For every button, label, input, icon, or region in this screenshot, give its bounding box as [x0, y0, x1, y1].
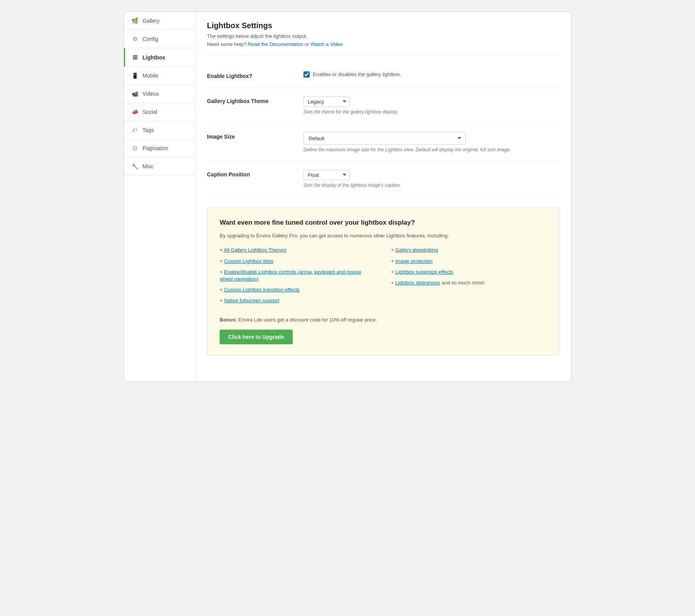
sidebar: Gallery Config Lightbox Mobile Videos So… — [124, 12, 195, 382]
sidebar-item-videos[interactable]: Videos — [124, 85, 195, 103]
feature-link-deeplinking[interactable]: Gallery deeplinking — [395, 247, 438, 253]
list-item: All Gallery Lightbox Themes — [220, 247, 376, 254]
help-prefix: Need some help? — [207, 41, 248, 47]
pagination-icon — [131, 145, 139, 152]
caption-position-hint: Sets the display of the lightbox image's… — [303, 183, 559, 188]
list-item: Lightbox supersize effects — [391, 269, 547, 276]
sidebar-item-label-gallery: Gallery — [142, 18, 159, 24]
page-description: The settings below adjust the lightbox o… — [207, 32, 559, 49]
social-icon — [131, 108, 139, 115]
feature-link-gallery-themes[interactable]: All Gallery Lightbox Themes — [224, 247, 286, 253]
image-size-select[interactable]: Default Thumbnail Medium Large Full Size — [303, 132, 466, 145]
list-item: Custom Lightbox transition effects — [220, 286, 376, 293]
setting-enable-lightbox: Enable Lightbox? Enables or disables the… — [207, 63, 559, 88]
setting-caption-position: Caption Position Float Below Above Overl… — [207, 161, 559, 197]
image-size-hint: Define the maximum image size for the Li… — [303, 147, 559, 152]
gear-icon — [131, 36, 139, 42]
feature-link-image-protection[interactable]: Image protection — [395, 258, 433, 264]
main-content: Lightbox Settings The settings below adj… — [195, 12, 571, 382]
sidebar-item-label-videos: Videos — [142, 91, 159, 97]
tags-icon — [131, 127, 139, 134]
mobile-icon — [131, 72, 139, 79]
upgrade-col-2: Gallery deeplinking Image protection Lig… — [391, 247, 547, 308]
page-title: Lightbox Settings — [207, 21, 559, 30]
upgrade-desc: By upgrading to Envira Gallery Pro, you … — [220, 232, 547, 240]
doc-link[interactable]: Read the Documentation — [248, 41, 303, 47]
upgrade-col-1: All Gallery Lightbox Themes Custom Light… — [220, 247, 376, 308]
sidebar-item-lightbox[interactable]: Lightbox — [124, 48, 195, 67]
upgrade-feature-list-2: Gallery deeplinking Image protection Lig… — [391, 247, 547, 286]
enable-lightbox-control: Enables or disables the gallery lightbox… — [303, 71, 559, 78]
page-desc-text: The settings below adjust the lightbox o… — [207, 33, 307, 39]
lightbox-icon — [131, 54, 139, 61]
bonus-label: Bonus: — [220, 317, 237, 323]
feature-link-controls[interactable]: Enable/disable Lightbox controls (arrow,… — [220, 269, 361, 282]
leaf-icon — [131, 17, 139, 24]
sidebar-item-label-lightbox: Lightbox — [142, 54, 165, 61]
caption-position-select[interactable]: Float Below Above Overlay — [303, 170, 350, 180]
enable-lightbox-checkbox[interactable] — [303, 71, 310, 78]
feature-link-transitions[interactable]: Custom Lightbox transition effects — [224, 287, 300, 293]
misc-icon — [131, 163, 139, 170]
upgrade-button[interactable]: Click here to Upgrade — [220, 330, 293, 344]
video-link[interactable]: Watch a Video — [310, 41, 343, 47]
list-item: Gallery deeplinking — [391, 247, 547, 254]
sidebar-item-config[interactable]: Config — [124, 30, 195, 48]
upgrade-feature-list-1: All Gallery Lightbox Themes Custom Light… — [220, 247, 376, 304]
theme-hint: Sets the theme for the gallery lightbox … — [303, 109, 559, 115]
upgrade-features: All Gallery Lightbox Themes Custom Light… — [220, 247, 547, 308]
upgrade-title: Want even more fine tuned control over y… — [220, 219, 547, 227]
theme-select[interactable]: Legacy Dark Light Modern — [303, 96, 350, 107]
feature-link-fullscreen[interactable]: Native fullscreen support — [224, 298, 279, 303]
sidebar-item-label-config: Config — [142, 36, 158, 42]
caption-position-control: Float Below Above Overlay Sets the displ… — [303, 170, 559, 188]
sidebar-item-misc[interactable]: Misc — [124, 157, 195, 176]
sidebar-item-label-tags: Tags — [142, 127, 154, 133]
feature-link-slideshows[interactable]: Lightbox slideshows — [395, 280, 440, 286]
sidebar-item-label-social: Social — [142, 109, 157, 115]
theme-label: Gallery Lightbox Theme — [207, 96, 292, 104]
list-item: Image protection — [391, 258, 547, 265]
list-item: Custom Lightbox titles — [220, 258, 376, 265]
and-more-text: and so much more! — [440, 280, 485, 286]
list-item: Lightbox slideshows and so much more! — [391, 279, 547, 286]
image-size-control: Default Thumbnail Medium Large Full Size… — [303, 132, 559, 152]
page-header: Lightbox Settings The settings below adj… — [207, 21, 559, 55]
feature-link-supersize[interactable]: Lightbox supersize effects — [395, 269, 453, 275]
list-item: Enable/disable Lightbox controls (arrow,… — [220, 269, 376, 283]
sidebar-item-social[interactable]: Social — [124, 103, 195, 121]
bonus-text: Envira Lite users get a discount code fo… — [238, 317, 377, 323]
feature-link-custom-titles[interactable]: Custom Lightbox titles — [224, 258, 273, 264]
enable-lightbox-label: Enable Lightbox? — [207, 71, 292, 79]
sidebar-item-pagination[interactable]: Pagination — [124, 139, 195, 157]
upgrade-bonus: Bonus: Envira Lite users get a discount … — [220, 317, 547, 323]
sidebar-item-label-pagination: Pagination — [142, 145, 168, 151]
list-item: Native fullscreen support — [220, 297, 376, 304]
theme-control: Legacy Dark Light Modern Sets the theme … — [303, 96, 559, 115]
upgrade-box: Want even more fine tuned control over y… — [207, 208, 559, 355]
sidebar-item-tags[interactable]: Tags — [124, 121, 195, 139]
sidebar-item-gallery[interactable]: Gallery — [124, 12, 195, 30]
caption-position-label: Caption Position — [207, 170, 292, 178]
setting-theme: Gallery Lightbox Theme Legacy Dark Light… — [207, 88, 559, 124]
app-container: Gallery Config Lightbox Mobile Videos So… — [124, 12, 571, 382]
sidebar-item-label-mobile: Mobile — [142, 73, 158, 79]
sidebar-item-label-misc: Misc — [142, 163, 154, 169]
video-icon — [131, 90, 139, 97]
sidebar-item-mobile[interactable]: Mobile — [124, 67, 195, 85]
image-size-label: Image Size — [207, 132, 292, 140]
enable-lightbox-hint-label[interactable]: Enables or disables the gallery lightbox… — [313, 71, 401, 77]
or-text: or — [305, 41, 310, 47]
checkbox-wrapper: Enables or disables the gallery lightbox… — [303, 71, 559, 78]
setting-image-size: Image Size Default Thumbnail Medium Larg… — [207, 124, 559, 161]
